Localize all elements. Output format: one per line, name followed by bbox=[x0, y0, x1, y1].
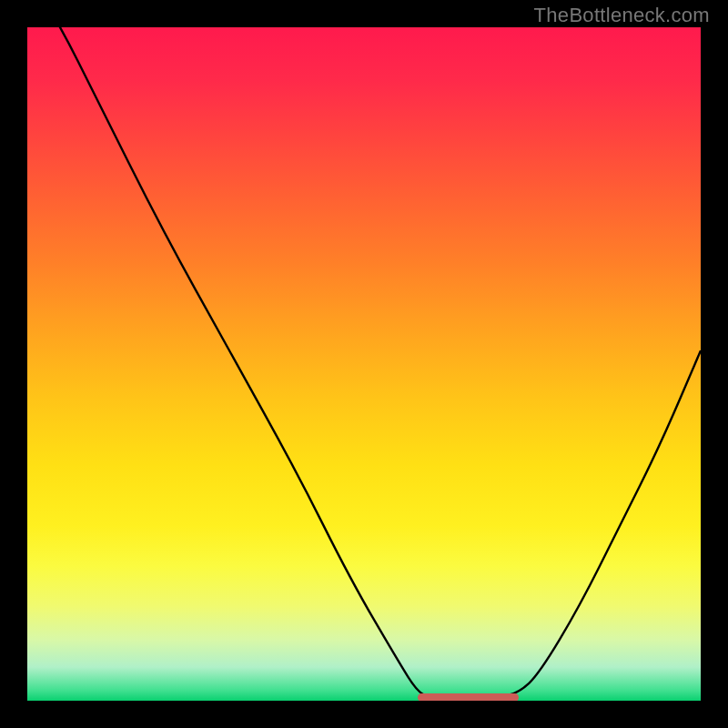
bottleneck-curve bbox=[27, 27, 701, 701]
optimal-range-marker bbox=[418, 693, 519, 701]
curve-path bbox=[27, 27, 701, 697]
attribution-text: TheBottleneck.com bbox=[534, 4, 710, 27]
chart-frame: TheBottleneck.com bbox=[0, 0, 728, 728]
plot-area bbox=[27, 27, 701, 701]
